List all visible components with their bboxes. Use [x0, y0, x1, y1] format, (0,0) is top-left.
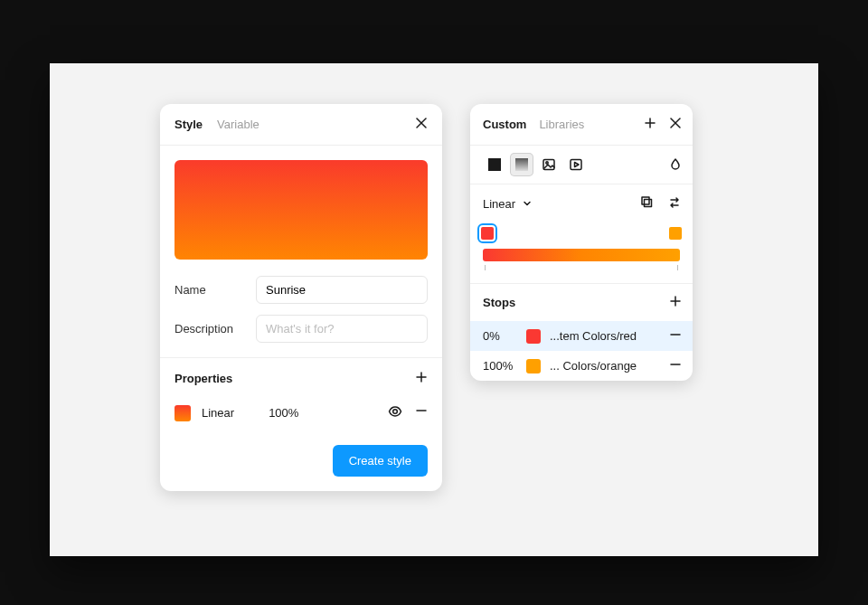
- stop-swatch-icon: [526, 359, 541, 373]
- rotate-gradient-button[interactable]: [640, 195, 655, 213]
- gradient-editor[interactable]: [470, 223, 693, 283]
- gradient-stop-handle-1[interactable]: [669, 227, 682, 240]
- properties-header: Properties: [160, 358, 442, 399]
- stop-row[interactable]: 100%... Colors/orange: [470, 351, 693, 381]
- add-color-button[interactable]: [644, 117, 656, 132]
- gradient-fill-icon: [515, 158, 528, 171]
- solid-fill-icon: [488, 158, 501, 171]
- create-style-button[interactable]: Create style: [333, 445, 428, 477]
- svg-point-11: [546, 162, 548, 164]
- create-style-panel: Style Variable Name Description Properti…: [160, 104, 442, 491]
- stop-row[interactable]: 0%...tem Colors/red: [470, 321, 693, 351]
- color-panel-header: Custom Libraries: [470, 104, 693, 146]
- close-icon[interactable]: [415, 117, 428, 132]
- property-type: Linear: [202, 406, 234, 420]
- droplet-icon: [669, 157, 682, 170]
- fill-solid-button[interactable]: [483, 153, 506, 176]
- description-label: Description: [175, 322, 256, 336]
- blend-mode-button[interactable]: [669, 157, 682, 173]
- stop-color-name: ...tem Colors/red: [550, 329, 662, 343]
- stop-color-name: ... Colors/orange: [550, 359, 662, 373]
- flip-gradient-button[interactable]: [667, 195, 682, 213]
- svg-point-4: [393, 410, 398, 414]
- add-property-button[interactable]: [415, 371, 428, 386]
- stop-position: 0%: [483, 329, 526, 343]
- gradient-stop-handle-0[interactable]: [481, 227, 494, 240]
- tab-libraries[interactable]: Libraries: [539, 118, 584, 131]
- svg-marker-13: [575, 163, 580, 167]
- fill-video-button[interactable]: [564, 153, 588, 176]
- swap-icon: [667, 195, 682, 210]
- fill-image-button[interactable]: [537, 153, 561, 176]
- svg-rect-15: [642, 197, 649, 204]
- tab-variable[interactable]: Variable: [217, 118, 259, 131]
- property-row[interactable]: Linear 100%: [160, 399, 442, 429]
- tab-custom[interactable]: Custom: [483, 118, 526, 131]
- name-label: Name: [175, 283, 256, 297]
- video-icon: [569, 157, 583, 172]
- style-panel-header: Style Variable: [160, 104, 442, 146]
- stop-swatch-icon: [526, 329, 541, 344]
- visibility-toggle-icon[interactable]: [388, 404, 402, 421]
- gradient-handles: [483, 227, 680, 245]
- remove-stop-button[interactable]: [669, 328, 682, 344]
- svg-rect-14: [645, 200, 652, 207]
- description-row: Description: [160, 309, 442, 348]
- chevron-down-icon: [523, 199, 532, 208]
- stop-position: 100%: [483, 359, 526, 373]
- stops-header: Stops: [470, 283, 693, 321]
- description-input[interactable]: [256, 315, 428, 343]
- add-stop-button[interactable]: [669, 295, 682, 310]
- gradient-ticks: [483, 261, 680, 270]
- fill-type-row: [470, 146, 693, 184]
- fill-gradient-button[interactable]: [510, 153, 533, 176]
- close-icon[interactable]: [669, 117, 682, 132]
- name-row: Name: [160, 270, 442, 309]
- stops-label: Stops: [483, 296, 515, 309]
- tab-style[interactable]: Style: [175, 118, 203, 131]
- gradient-editor-panel: Custom Libraries: [470, 104, 693, 381]
- svg-rect-12: [571, 160, 581, 170]
- gradient-preview: [175, 160, 428, 260]
- property-opacity: 100%: [269, 406, 298, 420]
- image-icon: [542, 157, 556, 172]
- gradient-type-select[interactable]: Linear: [483, 197, 532, 211]
- gradient-swatch-icon: [175, 405, 191, 421]
- stops-list: 0%...tem Colors/red100%... Colors/orange: [470, 321, 693, 381]
- remove-stop-button[interactable]: [669, 358, 682, 373]
- workspace-canvas: Style Variable Name Description Properti…: [50, 63, 818, 556]
- rotate-icon: [640, 195, 655, 210]
- properties-label: Properties: [175, 372, 232, 385]
- remove-property-button[interactable]: [415, 404, 428, 421]
- gradient-bar[interactable]: [483, 249, 680, 261]
- name-input[interactable]: [256, 276, 428, 304]
- gradient-type-row: Linear: [470, 184, 693, 223]
